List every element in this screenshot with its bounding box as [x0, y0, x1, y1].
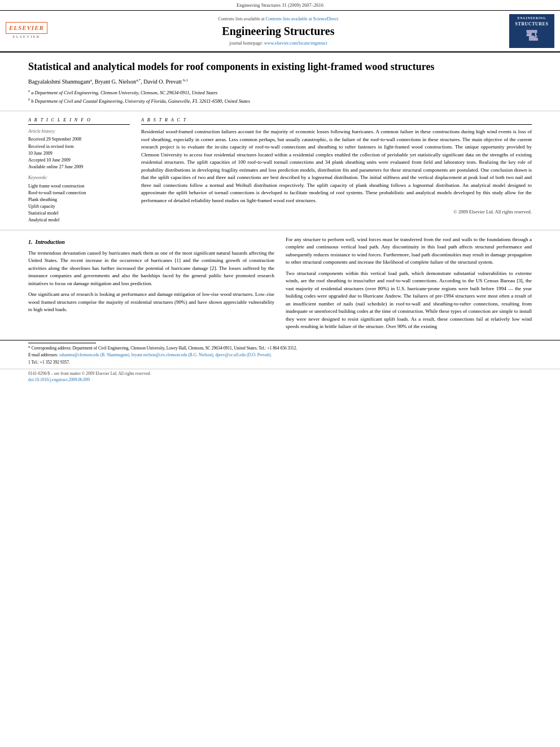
main-body: 1. Introduction The tremendous devastati…	[0, 230, 560, 340]
article-title: Statistical and analytical models for ro…	[28, 60, 532, 73]
issn-line: 0141-0296/$ – see front matter © 2009 El…	[28, 371, 532, 377]
affiliation-b: b b Department of Civil and Coastal Engi…	[28, 97, 532, 105]
body-right-col: For any structure to perform well, wind …	[286, 236, 532, 334]
bottom-bar: 0141-0296/$ – see front matter © 2009 El…	[0, 369, 560, 385]
received-date: Received 29 September 2008	[28, 136, 130, 142]
keyword-4: Uplift capacity	[28, 203, 130, 209]
logo-text-main: STRUCTURES	[515, 21, 549, 27]
intro-para-2: One significant area of research is look…	[28, 291, 274, 314]
intro-heading-text: Introduction	[36, 239, 65, 245]
journal-citation: Engineering Structures 31 (2009) 2607–26…	[237, 2, 323, 8]
contents-line: Contents lists available at Contents lis…	[59, 16, 498, 22]
journal-title: Engineering Structures	[59, 23, 498, 39]
homepage-url[interactable]: www.elsevier.com/locate/engstruct	[264, 41, 327, 46]
affiliation-a: a a Department of Civil Engineering, Cle…	[28, 89, 532, 97]
emails-text: sshanmu@clemson.edu (B. Shanmugam), brya…	[59, 352, 272, 357]
footnote-1: 1 Tel.: +1 352 392 9357.	[28, 360, 532, 366]
abstract-label: A B S T R A C T	[141, 117, 532, 125]
right-para-1: For any structure to perform well, wind …	[286, 236, 532, 267]
email-footnote: E-mail addresses: sshanmu@clemson.edu (B…	[28, 352, 532, 359]
journal-homepage: journal homepage: www.elsevier.com/locat…	[59, 40, 498, 46]
building-icon: 🏗	[526, 28, 539, 46]
keyword-1: Light frame wood construction	[28, 183, 130, 189]
page-header: ELSEVIER ELSEVIER Contents lists availab…	[0, 11, 560, 53]
received-revised-date: 10 June 2009	[28, 150, 130, 156]
sciencedirect-link[interactable]: Contents lists available at ScienceDirec…	[265, 16, 338, 21]
journal-logo-area: ENGINEERING STRUCTURES 🏗	[509, 14, 554, 48]
keyword-5: Statistical model	[28, 210, 130, 216]
abstract-text: Residential wood-framed construction fai…	[141, 128, 532, 204]
corresponding-footnote: * Corresponding address: Department of C…	[28, 346, 532, 352]
article-info-abstract: A R T I C L E I N F O Article history: R…	[0, 111, 560, 230]
accepted-date: Accepted 10 June 2009	[28, 157, 130, 163]
keyword-2: Roof-to-wall toenail connection	[28, 190, 130, 196]
article-info-label: A R T I C L E I N F O	[28, 117, 130, 125]
elsevier-label: ELSEVIER	[12, 34, 40, 40]
logo-text-top: ENGINEERING	[518, 16, 546, 21]
keywords-label: Keywords:	[28, 174, 130, 181]
article-authors: Bagyalakshmi Shanmugama, Bryant G. Niels…	[28, 78, 532, 86]
right-para-2: Two structural components within this ve…	[286, 270, 532, 331]
article-info-col: A R T I C L E I N F O Article history: R…	[28, 117, 130, 224]
journal-bar: Engineering Structures 31 (2009) 2607–26…	[0, 0, 560, 11]
available-online: Available online 27 June 2009	[28, 164, 130, 170]
abstract-col: A B S T R A C T Residential wood-framed …	[141, 117, 532, 224]
keyword-6: Analytical model	[28, 217, 130, 223]
article-title-section: Statistical and analytical models for ro…	[0, 53, 560, 111]
elsevier-logo: ELSEVIER	[6, 22, 47, 34]
journal-logo-box: ENGINEERING STRUCTURES 🏗	[509, 14, 554, 48]
history-label: Article history:	[28, 128, 130, 134]
copyright-line: © 2009 Elsevier Ltd. All rights reserved…	[141, 209, 532, 216]
elsevier-logo-area: ELSEVIER ELSEVIER	[6, 22, 47, 40]
intro-heading: 1. Introduction	[28, 238, 274, 246]
footnote-area: * Corresponding address: Department of C…	[0, 340, 560, 369]
journal-title-area: Contents lists available at Contents lis…	[47, 16, 509, 46]
body-left-col: 1. Introduction The tremendous devastati…	[28, 236, 274, 334]
intro-para-1: The tremendous devastation caused by hur…	[28, 250, 274, 288]
received-revised-label: Received in revised form	[28, 143, 130, 150]
doi-line: doi:10.1016/j.engstruct.2009.06.009	[28, 377, 532, 383]
keyword-3: Plank sheathing	[28, 196, 130, 203]
